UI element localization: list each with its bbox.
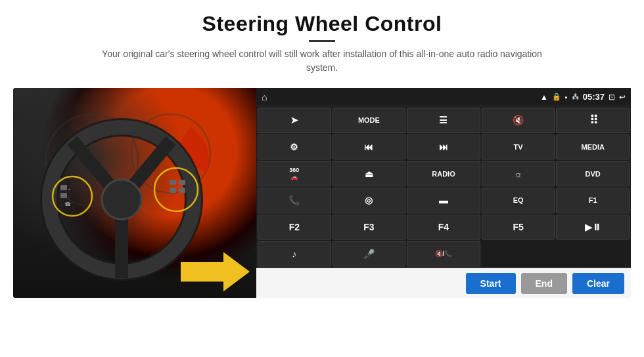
steering-wheel-image: + - ☎ — [13, 88, 256, 298]
svg-rect-15 — [170, 180, 176, 185]
bottom-action-bar: Start End Clear — [256, 268, 631, 298]
svg-point-7 — [102, 180, 141, 219]
page-title: Steering Wheel Control — [92, 12, 552, 36]
back-icon[interactable]: ↩ — [619, 93, 626, 102]
status-bar: ⌂ ▲ 🔒 ▪ ⁂ 05:37 ⊡ ↩ — [256, 88, 631, 106]
hangup-btn[interactable]: 🔇/📞 — [407, 241, 480, 266]
f4-btn[interactable]: F4 — [407, 215, 480, 240]
status-time: 05:37 — [583, 92, 605, 102]
mute-btn[interactable]: 🔇 — [482, 108, 555, 133]
radio-btn[interactable]: RADIO — [407, 161, 480, 186]
clear-button[interactable]: Clear — [572, 273, 624, 294]
title-divider — [309, 40, 335, 42]
music-btn[interactable]: ♪ — [258, 241, 331, 266]
list-btn[interactable]: ☰ — [407, 108, 480, 133]
prev-btn[interactable]: ⏮ — [333, 135, 406, 160]
page-subtitle: Your original car's steering wheel contr… — [92, 47, 552, 75]
window-icon[interactable]: ⊡ — [609, 93, 615, 102]
svg-rect-16 — [179, 180, 185, 185]
f5-btn[interactable]: F5 — [482, 215, 555, 240]
sim-icon: ▪ — [565, 93, 568, 101]
playpause-btn[interactable]: ▶⏸ — [556, 215, 630, 240]
dvd-btn[interactable]: DVD — [556, 161, 630, 186]
f3-btn[interactable]: F3 — [333, 215, 406, 240]
content-row: + - ☎ ⌂ — [13, 88, 631, 298]
screen-btn[interactable]: ▬ — [407, 188, 480, 213]
media-btn[interactable]: MEDIA — [556, 135, 630, 160]
svg-rect-17 — [170, 188, 176, 193]
start-button[interactable]: Start — [466, 273, 516, 294]
control-panel: ⌂ ▲ 🔒 ▪ ⁂ 05:37 ⊡ ↩ ➤ MODE ☰ 🔇 — [256, 88, 631, 298]
wifi-icon: ▲ — [540, 93, 548, 102]
lock-icon: 🔒 — [552, 93, 561, 101]
apps-btn[interactable]: ⠿ — [556, 108, 630, 133]
cam360-btn[interactable]: 360🚗 — [258, 161, 331, 186]
svg-text:☎: ☎ — [64, 201, 71, 207]
steering-wheel-svg: + - ☎ — [13, 88, 256, 298]
tv-btn[interactable]: TV — [482, 135, 555, 160]
f1-btn[interactable]: F1 — [556, 188, 630, 213]
mode-btn[interactable]: MODE — [333, 108, 406, 133]
page-container: Steering Wheel Control Your original car… — [0, 0, 644, 357]
eject-btn[interactable]: ⏏ — [333, 161, 406, 186]
svg-text:+: + — [68, 187, 71, 191]
eq-btn[interactable]: EQ — [482, 188, 555, 213]
phone-btn[interactable]: 📞 — [258, 188, 331, 213]
status-bar-right: ▲ 🔒 ▪ ⁂ 05:37 ⊡ ↩ — [540, 92, 626, 102]
home-icon[interactable]: ⌂ — [262, 92, 267, 102]
f2-btn[interactable]: F2 — [258, 215, 331, 240]
svg-text:-: - — [68, 195, 70, 199]
svg-rect-9 — [60, 185, 67, 190]
settings-btn[interactable]: ⚙ — [258, 135, 331, 160]
button-grid: ➤ MODE ☰ 🔇 ⠿ ⚙ ⏮ ⏭ TV MEDIA 360🚗 ⏏ RADIO… — [256, 106, 631, 268]
mic-btn[interactable]: 🎤 — [333, 241, 406, 266]
title-section: Steering Wheel Control Your original car… — [92, 12, 552, 84]
brightness-btn[interactable]: ☼ — [482, 161, 555, 186]
nav-btn[interactable]: ➤ — [258, 108, 331, 133]
svg-rect-18 — [179, 188, 185, 193]
bt-icon: ⁂ — [572, 93, 579, 101]
next-btn[interactable]: ⏭ — [407, 135, 480, 160]
svg-rect-10 — [60, 193, 67, 198]
svg-marker-19 — [181, 252, 250, 291]
end-button[interactable]: End — [521, 273, 567, 294]
browse-btn[interactable]: ◎ — [333, 188, 406, 213]
status-bar-left: ⌂ — [262, 92, 267, 102]
